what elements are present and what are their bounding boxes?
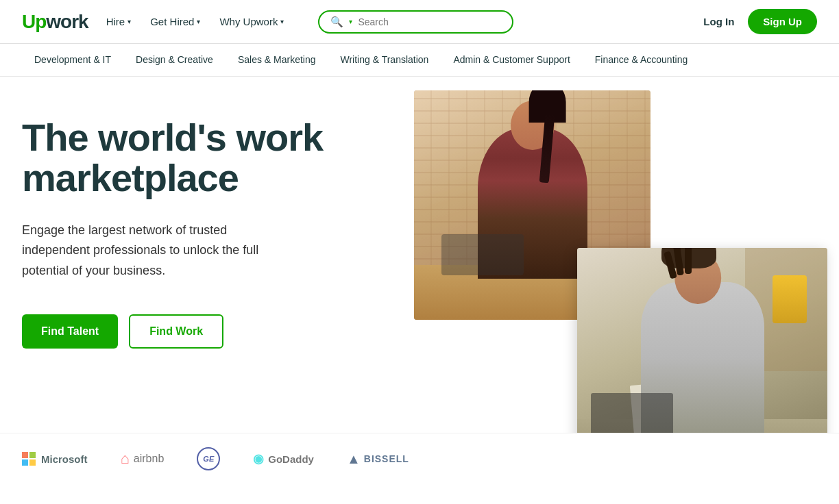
ms-sq-red <box>22 452 28 458</box>
godaddy-icon: ◉ <box>253 451 264 466</box>
why-upwork-chevron-icon: ▾ <box>280 18 284 25</box>
cat-item-writing[interactable]: Writing & Translation <box>328 44 441 77</box>
ge-icon: GE <box>197 447 220 470</box>
logo-work: work <box>46 11 88 32</box>
ge-brand: GE <box>197 447 220 470</box>
signup-button[interactable]: Sign Up <box>748 9 817 34</box>
search-icon: 🔍 <box>330 16 343 28</box>
get-hired-nav[interactable]: Get Hired ▾ <box>143 10 207 33</box>
hero-subtitle: Engage the largest network of trusted in… <box>22 220 296 281</box>
microsoft-brand: Microsoft <box>22 452 88 466</box>
bissell-icon: ▲ <box>347 451 361 467</box>
cat-item-dev[interactable]: Development & IT <box>22 44 123 77</box>
why-upwork-nav[interactable]: Why Upwork ▾ <box>212 10 291 33</box>
hire-nav[interactable]: Hire ▾ <box>99 10 138 33</box>
search-dropdown-icon[interactable]: ▾ <box>349 18 352 25</box>
hero-title: The world's work marketplace <box>22 118 378 199</box>
airbnb-brand: ⌂ airbnb <box>121 450 165 468</box>
category-nav: Development & IT Design & Creative Sales… <box>0 44 839 77</box>
cat-item-sales[interactable]: Sales & Marketing <box>226 44 328 77</box>
bissell-brand: ▲ BISSELL <box>347 451 409 467</box>
cat-item-finance[interactable]: Finance & Accounting <box>583 44 700 77</box>
godaddy-brand: ◉ GoDaddy <box>253 451 314 466</box>
logo-up: Up <box>22 11 46 32</box>
logo[interactable]: Upwork <box>22 11 88 33</box>
find-talent-button[interactable]: Find Talent <box>22 314 118 349</box>
login-button[interactable]: Log In <box>695 10 742 33</box>
cat-item-design[interactable]: Design & Creative <box>123 44 226 77</box>
airbnb-icon: ⌂ <box>121 450 130 468</box>
microsoft-icon <box>22 452 36 466</box>
ms-sq-yellow <box>29 459 36 466</box>
search-input[interactable] <box>358 16 501 27</box>
hero-left: The world's work marketplace Engage the … <box>22 118 378 405</box>
hero-images <box>414 77 839 433</box>
hero-image-man <box>577 248 827 433</box>
hero-buttons: Find Talent Find Work <box>22 314 378 349</box>
get-hired-label: Get Hired <box>150 16 194 27</box>
hero-section: The world's work marketplace Engage the … <box>0 77 839 433</box>
find-work-button[interactable]: Find Work <box>129 314 223 349</box>
ms-sq-green <box>29 452 36 458</box>
cat-item-admin[interactable]: Admin & Customer Support <box>441 44 582 77</box>
ms-sq-blue <box>22 459 28 466</box>
hire-label: Hire <box>106 16 125 27</box>
get-hired-chevron-icon: ▾ <box>197 18 200 25</box>
search-bar: 🔍 ▾ <box>318 10 513 34</box>
top-nav: Upwork Hire ▾ Get Hired ▾ Why Upwork ▾ 🔍… <box>0 0 839 44</box>
brands-section: Microsoft ⌂ airbnb GE ◉ GoDaddy ▲ BISSEL… <box>0 433 839 484</box>
why-upwork-label: Why Upwork <box>219 16 278 27</box>
hire-chevron-icon: ▾ <box>127 18 131 25</box>
